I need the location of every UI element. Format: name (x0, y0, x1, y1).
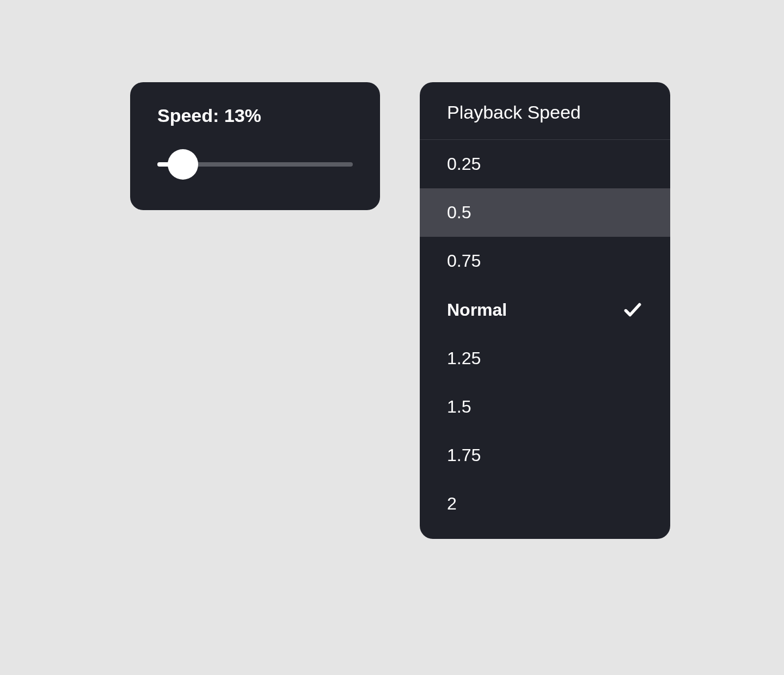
playback-option-1-75[interactable]: 1.75 (420, 431, 670, 480)
playback-menu-title: Playback Speed (420, 82, 670, 140)
playback-option-normal[interactable]: Normal (420, 285, 670, 334)
playback-menu-items: 0.25 0.5 0.75 Normal 1.25 1.5 1.75 2 (420, 140, 670, 539)
check-icon (622, 299, 643, 320)
playback-option-label: 1.25 (447, 348, 481, 369)
playback-option-label: 2 (447, 494, 457, 514)
speed-slider-label: Speed: 13% (157, 105, 353, 126)
playback-speed-menu: Playback Speed 0.25 0.5 0.75 Normal 1.25… (420, 82, 670, 539)
speed-slider-card: Speed: 13% (130, 82, 380, 210)
playback-option-0-75[interactable]: 0.75 (420, 237, 670, 285)
playback-option-label: 1.5 (447, 397, 471, 417)
playback-option-label: 1.75 (447, 445, 481, 465)
speed-slider[interactable] (157, 154, 353, 175)
playback-option-label: 0.25 (447, 154, 481, 174)
playback-option-1-5[interactable]: 1.5 (420, 383, 670, 431)
playback-option-0-25[interactable]: 0.25 (420, 140, 670, 188)
playback-option-0-5[interactable]: 0.5 (420, 188, 670, 237)
playback-option-label: Normal (447, 300, 507, 320)
playback-option-1-25[interactable]: 1.25 (420, 334, 670, 383)
playback-option-2[interactable]: 2 (420, 480, 670, 528)
playback-option-label: 0.75 (447, 251, 481, 271)
slider-thumb[interactable] (168, 149, 198, 180)
playback-option-label: 0.5 (447, 202, 471, 223)
